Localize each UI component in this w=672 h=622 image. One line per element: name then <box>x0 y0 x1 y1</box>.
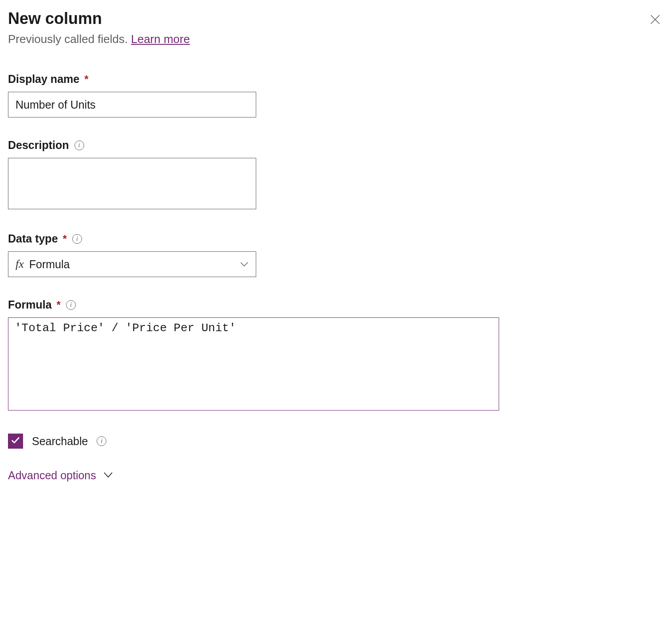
panel-title: New column <box>8 9 190 28</box>
data-type-label: Data type * <box>8 232 67 245</box>
required-indicator: * <box>84 73 88 85</box>
description-input[interactable] <box>8 158 256 209</box>
info-icon[interactable]: i <box>66 300 76 310</box>
info-icon[interactable]: i <box>72 234 82 244</box>
description-label: Description <box>8 139 69 152</box>
formula-field-group: Formula * i <box>8 298 664 412</box>
description-field-group: Description i <box>8 139 664 211</box>
close-icon <box>649 14 661 27</box>
chevron-down-icon <box>103 472 113 480</box>
data-type-label-text: Data type <box>8 232 58 245</box>
chevron-down-icon <box>240 260 249 269</box>
formula-input[interactable] <box>8 317 499 411</box>
subtitle-text: Previously called fields. <box>8 32 131 46</box>
close-button[interactable] <box>646 12 664 29</box>
info-icon[interactable]: i <box>97 436 106 446</box>
searchable-row: Searchable i <box>8 434 664 449</box>
data-type-select[interactable]: fx Formula <box>8 251 256 277</box>
formula-label: Formula * <box>8 298 61 311</box>
formula-label-text: Formula <box>8 298 52 311</box>
data-type-field-group: Data type * i fx Formula <box>8 232 664 277</box>
display-name-field-group: Display name * <box>8 73 664 117</box>
required-indicator: * <box>57 299 61 311</box>
display-name-input[interactable] <box>8 92 256 117</box>
panel-subtitle: Previously called fields. Learn more <box>8 32 190 46</box>
advanced-options-label: Advanced options <box>8 469 96 482</box>
checkmark-icon <box>11 435 20 447</box>
learn-more-link[interactable]: Learn more <box>131 32 190 46</box>
formula-fx-icon: fx <box>16 258 24 271</box>
searchable-label: Searchable <box>32 435 88 448</box>
display-name-label-text: Display name <box>8 73 79 85</box>
display-name-label: Display name * <box>8 73 88 86</box>
searchable-checkbox[interactable] <box>8 434 23 449</box>
required-indicator: * <box>63 233 67 245</box>
advanced-options-toggle[interactable]: Advanced options <box>8 469 664 482</box>
new-column-form: Display name * Description i Data type *… <box>8 73 664 482</box>
data-type-value: Formula <box>29 258 70 271</box>
info-icon[interactable]: i <box>74 141 84 150</box>
